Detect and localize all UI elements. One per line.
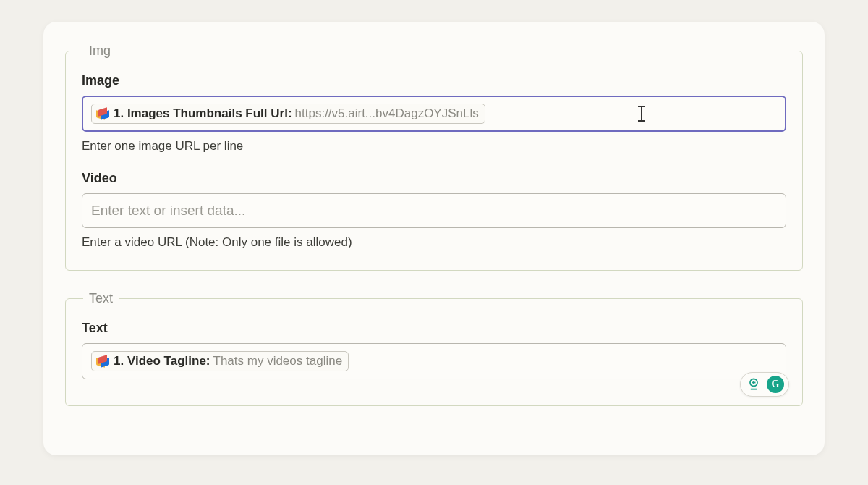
airtable-icon — [96, 109, 109, 119]
airtable-icon — [96, 356, 109, 366]
field-text: Text 1. Video Tagline: Thats my videos t… — [82, 321, 786, 379]
floating-controls: G — [740, 372, 789, 397]
image-token-value: https://v5.airt...bv4DagzOYJSnLls — [295, 106, 479, 121]
group-img-legend: Img — [83, 43, 116, 59]
insert-data-button[interactable] — [745, 376, 762, 393]
image-token-label: 1. Images Thumbnails Full Url: — [114, 106, 292, 121]
video-input[interactable]: Enter text or insert data... — [82, 193, 786, 228]
image-label: Image — [82, 73, 786, 88]
text-input[interactable]: 1. Video Tagline: Thats my videos taglin… — [82, 343, 786, 379]
image-data-token[interactable]: 1. Images Thumbnails Full Url: https://v… — [91, 104, 485, 124]
text-data-token[interactable]: 1. Video Tagline: Thats my videos taglin… — [91, 351, 349, 371]
group-img: Img Image 1. Images Thumbnails Full Url:… — [65, 43, 803, 271]
video-helper: Enter a video URL (Note: Only one file i… — [82, 235, 786, 250]
video-label: Video — [82, 171, 786, 186]
image-input[interactable]: 1. Images Thumbnails Full Url: https://v… — [82, 96, 786, 132]
text-cursor-icon — [638, 106, 645, 122]
video-placeholder: Enter text or insert data... — [91, 203, 245, 219]
text-token-value: Thats my videos tagline — [213, 354, 343, 368]
grammarly-icon[interactable]: G — [767, 376, 784, 393]
text-token-label: 1. Video Tagline: — [114, 354, 210, 368]
group-text: Text Text 1. Video Tagline: Thats my vid… — [65, 291, 803, 406]
image-input-wrapper: 1. Images Thumbnails Full Url: https://v… — [82, 96, 786, 132]
group-text-legend: Text — [83, 291, 119, 306]
image-helper: Enter one image URL per line — [82, 139, 786, 153]
field-video: Video Enter text or insert data... Enter… — [82, 171, 786, 250]
form-card: Img Image 1. Images Thumbnails Full Url:… — [43, 22, 825, 455]
text-label: Text — [82, 321, 786, 336]
field-image: Image 1. Images Thumbnails Full Url: htt… — [82, 73, 786, 153]
